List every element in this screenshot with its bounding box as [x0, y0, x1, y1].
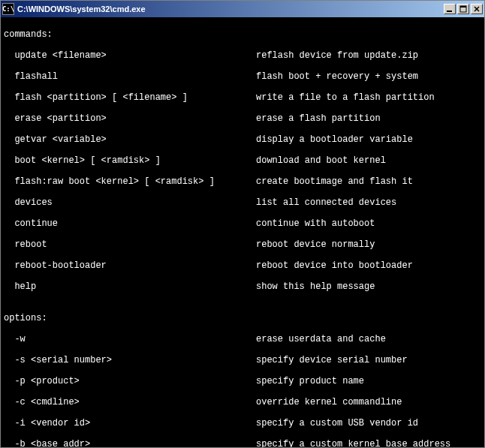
option-flag: -w: [4, 334, 256, 344]
command-desc: reflash device from update.zip: [256, 50, 418, 61]
window-title: C:\WINDOWS\system32\cmd.exe: [17, 5, 444, 14]
window-controls: [444, 4, 483, 14]
options-header: options:: [4, 313, 481, 323]
command-desc: display a bootloader variable: [256, 134, 413, 145]
command-row: helpshow this help message: [4, 281, 481, 292]
command-name: getvar <variable>: [4, 134, 256, 145]
close-button[interactable]: [471, 4, 483, 14]
command-desc: flash boot + recovery + system: [256, 71, 418, 82]
close-icon: [473, 5, 480, 13]
maximize-icon: [459, 5, 467, 13]
command-desc: download and boot kernel: [256, 155, 386, 166]
option-flag: -c <cmdline>: [4, 397, 256, 407]
command-desc: reboot device normally: [256, 239, 375, 250]
commands-header: commands:: [4, 29, 481, 40]
command-row: boot <kernel> [ <ramdisk> ]download and …: [4, 155, 481, 166]
option-flag: -s <serial number>: [4, 355, 256, 365]
svg-rect-2: [460, 6, 466, 8]
cmd-icon: C:\: [2, 3, 14, 15]
option-flag: -b <base_addr>: [4, 439, 256, 447]
command-row: flash <partition> [ <filename> ]write a …: [4, 92, 481, 103]
command-name: reboot-bootloader: [4, 260, 256, 271]
command-desc: erase a flash partition: [256, 113, 381, 124]
minimize-icon: [446, 5, 453, 13]
titlebar[interactable]: C:\ C:\WINDOWS\system32\cmd.exe: [1, 1, 484, 17]
command-row: reboot-bootloaderreboot device into boot…: [4, 260, 481, 271]
option-row: -i <vendor id>specify a custom USB vendo…: [4, 418, 481, 428]
option-desc: specify a custom USB vendor id: [256, 418, 418, 428]
command-desc: show this help message: [256, 281, 375, 292]
command-name: continue: [4, 218, 256, 229]
command-row: flashallflash boot + recovery + system: [4, 71, 481, 82]
command-desc: continue with autoboot: [256, 218, 375, 229]
command-row: deviceslist all connected devices: [4, 197, 481, 208]
command-name: erase <partition>: [4, 113, 256, 124]
option-row: -werase userdata and cache: [4, 334, 481, 344]
option-flag: -i <vendor id>: [4, 418, 256, 428]
svg-rect-0: [447, 11, 452, 12]
command-name: flashall: [4, 71, 256, 82]
command-name: devices: [4, 197, 256, 208]
option-desc: specify product name: [256, 376, 364, 386]
command-row: continuecontinue with autoboot: [4, 218, 481, 229]
option-flag: -p <product>: [4, 376, 256, 386]
command-row: rebootreboot device normally: [4, 239, 481, 250]
command-name: flash <partition> [ <filename> ]: [4, 92, 256, 103]
option-row: -p <product>specify product name: [4, 376, 481, 386]
minimize-button[interactable]: [444, 4, 456, 14]
option-desc: specify a custom kernel base address: [256, 439, 450, 447]
cmd-window: C:\ C:\WINDOWS\system32\cmd.exe commands…: [0, 0, 485, 448]
command-row: erase <partition>erase a flash partition: [4, 113, 481, 124]
command-desc: create bootimage and flash it: [256, 176, 413, 187]
command-name: boot <kernel> [ <ramdisk> ]: [4, 155, 256, 166]
command-name: reboot: [4, 239, 256, 250]
option-desc: override kernel commandline: [256, 397, 402, 407]
option-row: -s <serial number>specify device serial …: [4, 355, 481, 365]
command-row: update <filename>reflash device from upd…: [4, 50, 481, 61]
option-desc: erase userdata and cache: [256, 334, 386, 344]
command-name: flash:raw boot <kernel> [ <ramdisk> ]: [4, 176, 256, 187]
maximize-button[interactable]: [457, 4, 469, 14]
option-row: -b <base_addr>specify a custom kernel ba…: [4, 439, 481, 447]
command-name: help: [4, 281, 256, 292]
command-name: update <filename>: [4, 50, 256, 61]
command-row: getvar <variable>display a bootloader va…: [4, 134, 481, 145]
option-row: -c <cmdline>override kernel commandline: [4, 397, 481, 407]
option-desc: specify device serial number: [256, 355, 408, 365]
command-row: flash:raw boot <kernel> [ <ramdisk> ]cre…: [4, 176, 481, 187]
command-desc: write a file to a flash partition: [256, 92, 435, 103]
terminal-output[interactable]: commands: update <filename>reflash devic…: [1, 17, 484, 447]
command-desc: list all connected devices: [256, 197, 396, 208]
command-desc: reboot device into bootloader: [256, 260, 413, 271]
